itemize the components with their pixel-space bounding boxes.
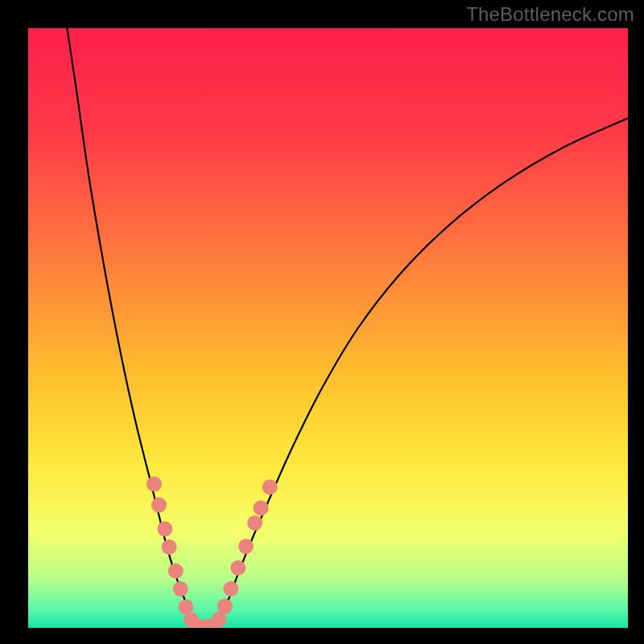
highlight-dot xyxy=(168,564,184,579)
watermark-text: TheBottleneck.com xyxy=(466,3,634,26)
highlight-dot xyxy=(247,515,262,530)
highlight-dot xyxy=(147,477,162,492)
plot-area xyxy=(28,28,628,628)
curves-layer xyxy=(28,28,628,628)
highlight-dot xyxy=(157,522,172,537)
highlight-dot xyxy=(262,479,278,494)
curve-left-branch xyxy=(67,28,196,628)
highlight-dot xyxy=(223,581,238,597)
highlight-dot xyxy=(238,539,254,554)
highlight-dots xyxy=(147,477,278,628)
highlight-dot xyxy=(230,560,246,576)
curve-right-branch xyxy=(214,118,628,628)
chart-frame: TheBottleneck.com xyxy=(0,0,644,644)
highlight-dot xyxy=(162,539,177,555)
highlight-dot xyxy=(178,599,193,614)
highlight-dot xyxy=(173,581,188,597)
highlight-dot xyxy=(254,501,269,516)
highlight-dot xyxy=(217,599,233,614)
highlight-dot xyxy=(151,497,167,513)
highlight-dot xyxy=(211,612,226,627)
